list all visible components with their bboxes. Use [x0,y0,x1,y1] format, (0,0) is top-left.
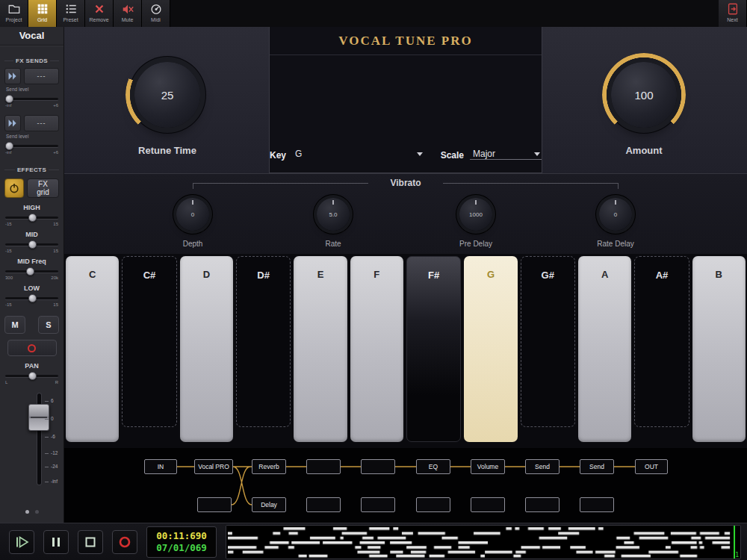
fx-node-vocal-pro[interactable]: Vocal PRO [194,459,233,474]
key-c[interactable]: C [66,256,119,442]
send-1-select-button[interactable]: --- [24,68,59,84]
fx-node-delay[interactable]: Delay [252,497,286,512]
retune-time-knob[interactable]: 25 [134,62,200,128]
track-mute-button[interactable]: M [4,316,25,334]
knob-dial[interactable]: 0 [599,198,632,231]
key-a[interactable]: A [578,256,631,442]
time-display[interactable]: 00:11:690 07/01/069 [146,526,217,558]
mute-solo-row: M S [4,316,59,334]
stop-button[interactable] [78,530,103,554]
knob-dial[interactable]: 5.0 [317,198,350,231]
eq-low-slider[interactable] [4,293,59,302]
slider-thumb[interactable] [28,240,37,249]
knob-dial[interactable]: 0 [176,198,209,231]
key-e[interactable]: E [294,256,347,442]
fx-grid-button[interactable]: FX grid [27,178,59,198]
pause-button[interactable] [43,530,69,554]
fx-node-empty[interactable] [525,497,560,512]
slider-thumb[interactable] [28,214,37,222]
mute-button-toolbar[interactable]: Mute [114,0,142,27]
fx-node-empty[interactable] [306,459,341,474]
send-2-level-slider[interactable] [4,141,59,150]
key-note-label: G [464,269,517,280]
fader-handle[interactable] [28,404,49,431]
fx-node-send[interactable]: Send [580,459,614,474]
send-slot-2: --- [4,115,59,131]
eq-mid-slider[interactable] [4,240,59,249]
fx-power-button[interactable] [4,178,24,198]
fader-tick: -24 [51,464,58,469]
volume-fader[interactable]: 60-6-12-24-inf [4,392,59,504]
project-button[interactable]: Project [0,0,28,27]
eq-high-slider[interactable] [4,213,59,222]
project-label: Project [6,16,22,23]
record-arm-button[interactable] [7,340,57,356]
knob-label: Rate Delay [571,240,660,248]
eq-high-scale: -15 15 [4,222,59,228]
vibrato-knob-rate[interactable]: 5.0Rate [288,198,378,248]
send-1-route-button[interactable] [4,68,21,84]
fx-node-empty[interactable] [361,497,395,512]
eq-midfreq-slider[interactable] [4,267,59,276]
send-1-level-slider[interactable] [4,94,59,103]
vibrato-knob-depth[interactable]: 0Depth [148,198,238,248]
vibrato-knob-pre-delay[interactable]: 1000Pre Delay [431,198,521,248]
fx-node-send[interactable]: Send [525,459,560,474]
fx-node-empty[interactable] [361,459,395,474]
fx-node-empty[interactable] [416,497,450,512]
send-2-route-button[interactable] [4,115,21,131]
fx-node-volume[interactable]: Volume [471,459,505,474]
slider-thumb[interactable] [5,142,13,150]
fx-node-in[interactable]: IN [144,459,177,474]
track-solo-button[interactable]: S [38,316,59,334]
slider-thumb[interactable] [28,372,37,380]
vibrato-knob-rate-delay[interactable]: 0Rate Delay [571,198,660,248]
key-g-sharp[interactable]: G# [521,256,575,427]
mute-speaker-icon [121,2,134,16]
fader-tick: -6 [51,434,55,439]
key-g[interactable]: G [464,256,517,442]
amount-knob[interactable]: 100 [611,62,677,128]
slider-thumb[interactable] [5,95,13,103]
eq-high-label: HIGH [4,204,59,211]
scale-value: Major [473,149,495,159]
knob-label: Depth [148,240,238,248]
fx-node-reverb[interactable]: Reverb [252,459,286,474]
send-2-scale: -inf +6 [4,150,59,156]
key-b[interactable]: B [692,256,746,442]
slider-thumb[interactable] [26,267,34,276]
scale-dropdown[interactable]: Major [470,150,542,160]
key-d-sharp[interactable]: D# [236,256,291,427]
fx-node-empty[interactable] [580,497,614,512]
fader-tick: -inf [51,479,58,484]
send-slot-1: --- [4,68,59,84]
send-2-select-button[interactable]: --- [24,115,59,131]
stop-icon [82,534,99,550]
slider-thumb[interactable] [28,294,37,302]
preset-button[interactable]: Preset [57,0,85,27]
vibrato-title: Vibrato [64,178,747,188]
record-button[interactable] [112,530,137,554]
play-button[interactable] [9,530,34,554]
remove-button[interactable]: Remove [85,0,114,27]
key-a-sharp[interactable]: A# [634,256,689,427]
midi-button[interactable]: Midi [142,0,170,27]
fx-node-eq[interactable]: EQ [416,459,450,474]
play-icon [13,534,30,550]
grid-button[interactable]: Grid [28,0,57,27]
next-button[interactable]: Next [719,0,747,27]
knob-dial[interactable]: 1000 [459,198,492,231]
key-c-sharp[interactable]: C# [122,256,176,427]
plugin-title: VOCAL TUNE PRO [270,34,542,55]
key-f[interactable]: F [350,256,403,442]
fx-node-out[interactable]: OUT [635,459,668,474]
key-label: Key [270,150,286,161]
timeline-overview[interactable]: 1 [226,525,741,559]
page-indicator[interactable] [4,510,59,514]
key-d[interactable]: D [180,256,233,442]
key-f-sharp[interactable]: F# [406,256,461,442]
fx-node-empty[interactable] [471,497,505,512]
fx-node-empty[interactable] [197,497,232,512]
fx-node-empty[interactable] [306,497,341,512]
pan-slider[interactable] [4,371,59,380]
